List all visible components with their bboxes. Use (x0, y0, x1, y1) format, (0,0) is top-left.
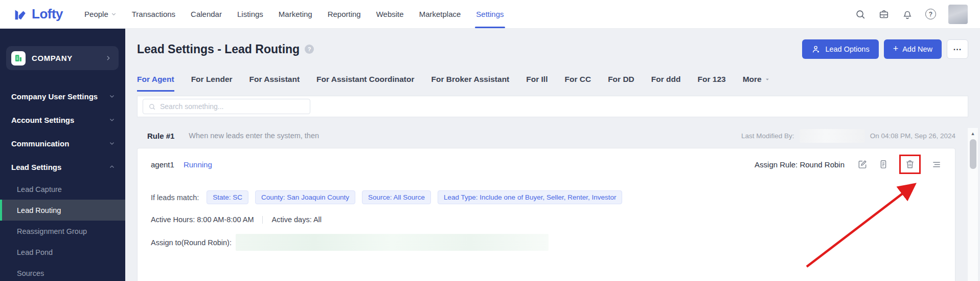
tab-label: For Agent (137, 75, 174, 84)
company-building-icon (11, 51, 26, 66)
sidebar-item-label: Communication (11, 139, 69, 148)
tab-for-ill[interactable]: For Ill (526, 75, 548, 92)
tab-label: For Assistant (249, 75, 300, 84)
brand-name: Lofty (32, 6, 63, 22)
chevron-down-icon (109, 140, 115, 146)
nav-label: Calendar (191, 10, 222, 18)
nav-label: Reporting (328, 10, 361, 18)
sidebar-item-lead-pond[interactable]: Lead Pond (0, 242, 125, 263)
nav-calendar[interactable]: Calendar (191, 0, 222, 28)
nav-label: Listings (237, 10, 263, 18)
nav-label: People (84, 10, 108, 18)
match-label: If leads match: (151, 193, 199, 202)
rule-status-link[interactable]: Running (184, 160, 212, 169)
rule-name: agent1 (151, 160, 174, 169)
nav-listings[interactable]: Listings (237, 0, 263, 28)
sidebar-item-sources[interactable]: Sources (0, 263, 125, 281)
nav-people[interactable]: People (84, 0, 117, 28)
sidebar-subitem-label: Sources (17, 269, 44, 277)
sidebar-subitem-label: Lead Capture (17, 185, 62, 193)
tab-label: For ddd (651, 75, 681, 84)
rule-number: Rule #1 (147, 132, 174, 140)
tab-label: For Lender (191, 75, 233, 84)
annotation-red-box (899, 155, 921, 174)
tab-label: For Assistant Coordinator (316, 75, 414, 84)
nav-marketing[interactable]: Marketing (279, 0, 312, 28)
chevron-up-icon (109, 164, 115, 170)
sidebar-item-label: Account Settings (11, 116, 74, 124)
inbox-icon[interactable] (878, 9, 890, 20)
rule-hours-row: Active Hours: 8:00 AM-8:00 AM Active day… (151, 215, 942, 224)
active-hours: Active Hours: 8:00 AM-8:00 AM (151, 215, 254, 224)
search-input[interactable] (160, 102, 305, 111)
nav-transactions[interactable]: Transactions (132, 0, 175, 28)
lead-options-button[interactable]: Lead Options (802, 39, 878, 59)
tab-for-123[interactable]: For 123 (698, 75, 726, 92)
main-content: Lead Settings - Lead Routing ? Lead Opti… (125, 29, 980, 281)
lofty-logo[interactable]: Lofty (12, 6, 63, 22)
sidebar-item-lead-capture[interactable]: Lead Capture (0, 179, 125, 200)
company-selector[interactable]: COMPANY (6, 46, 119, 70)
scroll-up-arrow-icon[interactable]: ▲ (968, 128, 978, 136)
scrollbar[interactable]: ▲ (968, 128, 978, 281)
nav-settings[interactable]: Settings (476, 0, 504, 28)
sidebar-item-lead-routing[interactable]: Lead Routing (0, 200, 125, 221)
redacted-modifier-name (800, 129, 865, 143)
chevron-right-icon (105, 55, 111, 61)
search-icon[interactable] (855, 9, 866, 20)
copy-icon[interactable] (878, 159, 888, 169)
avatar[interactable] (948, 5, 968, 24)
company-label: COMPANY (32, 54, 73, 62)
reorder-icon[interactable] (931, 159, 942, 169)
sidebar-subitem-label: Lead Routing (17, 206, 61, 214)
more-actions-button[interactable]: ... (947, 39, 968, 59)
tab-more[interactable]: More (743, 75, 770, 92)
rule-title-row: agent1 Running Assign Rule: Round Robin (151, 157, 942, 172)
tab-for-assistant[interactable]: For Assistant (249, 75, 300, 92)
tab-label: For 123 (698, 75, 726, 84)
tab-for-agent[interactable]: For Agent (137, 75, 174, 92)
tab-for-broker-assistant[interactable]: For Broker Assistant (431, 75, 510, 92)
chevron-down-icon (109, 117, 115, 123)
caret-down-icon (765, 77, 770, 82)
edit-icon[interactable] (857, 159, 868, 169)
sidebar-item-lead-settings[interactable]: Lead Settings (0, 155, 125, 179)
tab-for-dd[interactable]: For DD (608, 75, 634, 92)
add-new-button[interactable]: + Add New (884, 39, 942, 59)
nav-marketplace[interactable]: Marketplace (419, 0, 461, 28)
tab-for-cc[interactable]: For CC (564, 75, 591, 92)
tab-for-assistant-coordinator[interactable]: For Assistant Coordinator (316, 75, 414, 92)
rule-description: When new leads enter the system, then (189, 132, 319, 140)
scrollbar-thumb[interactable] (970, 139, 976, 169)
bell-icon[interactable] (902, 9, 913, 20)
tab-for-lender[interactable]: For Lender (191, 75, 233, 92)
tag-lead-type: Lead Type: Include one of Buyer, Seller,… (438, 190, 622, 204)
sidebar-item-reassignment-group[interactable]: Reassignment Group (0, 221, 125, 242)
topbar-icons: ? (855, 5, 968, 24)
search-icon (148, 103, 156, 111)
search-input-wrapper[interactable] (143, 99, 310, 114)
sidebar-item-account-settings[interactable]: Account Settings (0, 108, 125, 132)
help-icon[interactable]: ? (305, 45, 314, 54)
sidebar-item-label: Lead Settings (11, 163, 61, 171)
delete-icon[interactable] (905, 159, 915, 169)
chevron-down-icon (109, 93, 115, 99)
sidebar-item-company-user-settings[interactable]: Company User Settings (0, 84, 125, 108)
nav-reporting[interactable]: Reporting (328, 0, 361, 28)
tab-for-ddd[interactable]: For ddd (651, 75, 681, 92)
add-new-label: Add New (902, 45, 932, 53)
last-modified: Last Modified By: On 04:08 PM, Sep 26, 2… (741, 129, 955, 143)
person-gear-icon (811, 45, 821, 54)
rule-actions: Assign Rule: Round Robin (755, 159, 942, 169)
nav-label: Settings (476, 10, 504, 18)
tag-state: State: SC (207, 190, 248, 204)
divider (262, 216, 263, 224)
top-navbar: Lofty People Transactions Calendar Listi… (0, 0, 980, 29)
help-icon[interactable]: ? (925, 9, 936, 19)
sidebar-item-communication[interactable]: Communication (0, 132, 125, 155)
rule-meta-row: Rule #1 When new leads enter the system,… (147, 128, 955, 143)
nav-website[interactable]: Website (376, 0, 404, 28)
tab-label: For DD (608, 75, 634, 84)
main-nav: People Transactions Calendar Listings Ma… (84, 0, 504, 28)
assign-rule-text: Assign Rule: Round Robin (755, 160, 845, 169)
